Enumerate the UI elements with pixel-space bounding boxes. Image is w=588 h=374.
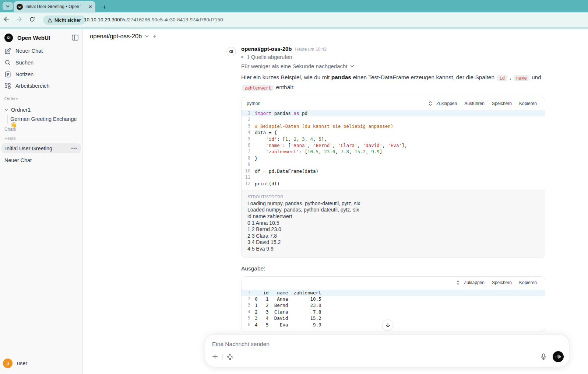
forward-button[interactable] bbox=[16, 17, 22, 22]
tab-close-icon[interactable]: ✕ bbox=[88, 4, 92, 10]
code-text: import pandas as pd bbox=[255, 110, 307, 116]
code-text: df = pd.DataFrame(data) bbox=[255, 168, 318, 174]
folders-section-label: Ordner bbox=[4, 96, 18, 101]
microphone-icon bbox=[541, 353, 546, 360]
chat-menu-icon[interactable]: ••• bbox=[71, 146, 77, 151]
line-number: 3 bbox=[242, 123, 255, 129]
user-profile[interactable]: u user bbox=[3, 359, 27, 368]
line-number: 12 bbox=[242, 181, 255, 187]
address-url[interactable]: 10.10.10.29:3000/c/27416286-90e5-4e30-84… bbox=[84, 17, 223, 22]
microphone-button[interactable] bbox=[539, 352, 548, 361]
inline-code: name bbox=[514, 75, 529, 81]
source-dot-icon bbox=[241, 56, 243, 58]
code-text: 0 1 Anna 10.5 bbox=[255, 296, 321, 302]
sidebar-item-workspace[interactable]: Arbeitsbereich bbox=[0, 81, 83, 91]
code-line: 2 bbox=[242, 116, 545, 123]
voice-mode-button[interactable] bbox=[553, 351, 564, 362]
code-action-kopieren[interactable]: Kopieren bbox=[516, 280, 540, 285]
nav-label: Notizen bbox=[15, 71, 34, 77]
security-badge[interactable]: Nicht sicher bbox=[43, 15, 85, 25]
code-action-zuklappen[interactable]: Zuklappen bbox=[461, 280, 487, 285]
code2-lines: 1 id name zahlenwert20 1 Anna 10.531 2 B… bbox=[242, 289, 545, 332]
tab-search-button[interactable] bbox=[3, 2, 13, 10]
code-line: 4⌄data = { bbox=[242, 129, 545, 136]
line-number: 1 bbox=[242, 290, 255, 296]
model-name: openai/gpt-oss-20b bbox=[90, 33, 142, 40]
code-line: 8} bbox=[242, 155, 545, 161]
stdout-lines: Loading numpy, pandas, python-dateutil, … bbox=[247, 200, 539, 252]
app-title: Open WebUI bbox=[17, 35, 50, 41]
code-action-zuklappen[interactable]: Zuklappen bbox=[433, 101, 460, 106]
integrations-icon bbox=[227, 353, 233, 360]
code-line: 10df = pd.DataFrame(data) bbox=[242, 168, 545, 174]
code-action-speichern[interactable]: Speichern bbox=[489, 280, 515, 285]
code-action-kopieren[interactable]: Kopieren bbox=[516, 101, 540, 106]
message-paragraph-1: Hier ein kurzes Beispiel, wie du mit pan… bbox=[241, 73, 545, 92]
chat-item[interactable]: Neuer Chat bbox=[0, 155, 83, 165]
stdout-line: Loaded numpy, pandas, python-dateutil, p… bbox=[247, 207, 539, 213]
code-action-speichern[interactable]: Speichern bbox=[489, 101, 515, 106]
code-text: 3 4 David 15.2 bbox=[255, 315, 321, 321]
code-text: 1 2 Bernd 23.0 bbox=[255, 302, 321, 308]
chevron-down-icon bbox=[145, 35, 149, 38]
code1-lines: 1import pandas as pd2 3# Beispiel-Daten … bbox=[242, 109, 545, 190]
reload-icon bbox=[29, 17, 35, 22]
sources-row[interactable]: 1 Quelle abgerufen bbox=[241, 54, 545, 60]
code-line: 7 'zahlenwert': [10.5, 23.0, 7.8, 15.2, … bbox=[242, 148, 545, 155]
code-line: 1 id name zahlenwert bbox=[242, 290, 545, 296]
code-line: 1import pandas as pd bbox=[242, 110, 545, 116]
inline-code: id bbox=[497, 75, 507, 81]
attach-button[interactable] bbox=[210, 352, 220, 361]
message-input[interactable]: Eine Nachricht senden bbox=[212, 341, 270, 347]
code-text: id name zahlenwert bbox=[255, 290, 321, 296]
note-icon bbox=[4, 71, 11, 78]
code-text: } bbox=[255, 155, 258, 161]
openwebui-logo: OI bbox=[4, 34, 13, 42]
inline-code: zahlenwert bbox=[242, 85, 274, 91]
sidebar-item-search[interactable]: Suchen bbox=[0, 58, 83, 67]
line-number: 2 bbox=[242, 116, 255, 123]
reload-button[interactable] bbox=[29, 17, 35, 22]
output-label: Ausgabe: bbox=[241, 265, 545, 272]
code-line: 20 1 Anna 10.5 bbox=[242, 296, 545, 302]
folder-chat-item[interactable]: German Greeting Exchange 👋 bbox=[10, 116, 82, 128]
browser-tab[interactable]: OI Initial User Greeting • Open We ✕ bbox=[14, 1, 95, 12]
sidebar-item-new-chat[interactable]: Neuer Chat bbox=[0, 46, 83, 56]
code-line: 42 3 Clara 7.8 bbox=[242, 309, 545, 315]
code-text: 'name': ['Anna', 'Bernd', 'Clara', 'Davi… bbox=[255, 142, 407, 148]
sidebar-header: OI Open WebUI bbox=[0, 33, 83, 42]
code1-actions: ZuklappenAusführenSpeichernKopieren bbox=[429, 101, 540, 106]
stdout-panel: STDOUT/STDERR Loading numpy, pandas, pyt… bbox=[242, 190, 545, 258]
new-chat-plus-icon[interactable]: ＋ bbox=[152, 33, 157, 40]
code-line: 31 2 Bernd 23.0 bbox=[242, 302, 545, 308]
thought-toggle[interactable]: Für weniger als eine Sekunde nachgedacht bbox=[241, 63, 545, 69]
model-selector[interactable]: openai/gpt-oss-20b ＋ bbox=[90, 33, 157, 40]
tools-button[interactable] bbox=[225, 352, 235, 361]
url-path: /c/27416286-90e5-4e30-8413-974d760d7150 bbox=[123, 17, 223, 22]
code-block-python: python ZuklappenAusführenSpeichernKopier… bbox=[241, 97, 545, 258]
code-text: print(df) bbox=[255, 181, 280, 187]
back-button[interactable] bbox=[4, 17, 10, 22]
nav-label: Neuer Chat bbox=[15, 48, 43, 54]
bold-text: pandas bbox=[331, 74, 351, 80]
code-text bbox=[255, 116, 258, 123]
message-composer[interactable]: Eine Nachricht senden bbox=[205, 335, 569, 367]
chat-item-active[interactable]: Initial User Greeting ••• bbox=[1, 143, 81, 153]
composer-divider bbox=[222, 354, 223, 360]
folder-ordner1[interactable]: Ordner1 bbox=[0, 105, 83, 115]
chat-title: Initial User Greeting bbox=[5, 146, 52, 151]
stdout-line: id name zahlenwert bbox=[247, 213, 539, 220]
code-text: 4 5 Eva 9.9 bbox=[255, 322, 321, 328]
stdout-line: 1 2 Bernd 23.0 bbox=[247, 226, 539, 233]
code-text: # Beispiel-Daten (du kannst sie beliebig… bbox=[255, 123, 393, 129]
sidebar-item-notes[interactable]: Notizen bbox=[0, 70, 83, 79]
line-number: 11 bbox=[242, 174, 255, 181]
code-language-label: python bbox=[247, 101, 261, 106]
fold-chevron-icon[interactable]: ⌄ bbox=[256, 130, 258, 136]
scroll-to-bottom-button[interactable] bbox=[382, 319, 393, 331]
sidebar-toggle-button[interactable] bbox=[72, 35, 78, 41]
code-action-ausführen[interactable]: Ausführen bbox=[461, 101, 487, 106]
browser-toolbar: Nicht sicher 10.10.10.29:3000/c/27416286… bbox=[0, 12, 588, 27]
new-tab-button[interactable]: ＋ bbox=[100, 2, 109, 11]
plus-icon bbox=[212, 354, 218, 360]
